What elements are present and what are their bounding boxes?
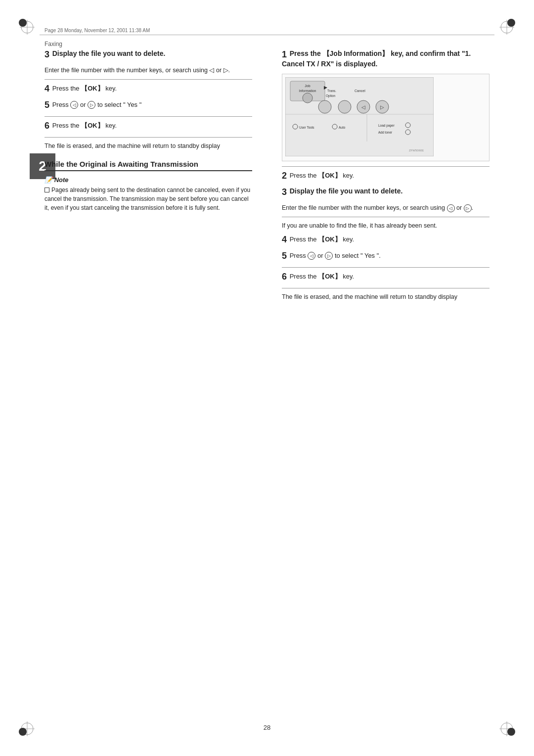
- step-6-right-text: Press the 【OK】 key.: [290, 273, 355, 280]
- right-column: 1 Press the 【Job Information】 key, and c…: [277, 49, 490, 305]
- step-5-right: 5 Press ◁ or ▷ to select " Yes ".: [282, 251, 490, 261]
- step-5-text: Press ◁ or ▷ to select " Yes ": [52, 101, 142, 108]
- step-1-right-number: 1: [282, 49, 287, 59]
- corner-circle-tr: [506, 18, 516, 29]
- step-6-left: 6 Press the 【OK】 key.: [44, 121, 252, 131]
- svg-text:User Tools: User Tools: [299, 126, 314, 129]
- header-divider: [40, 35, 494, 35]
- corner-circle-bl: [18, 727, 28, 738]
- svg-point-15: [507, 728, 515, 736]
- step-4-right: 4 Press the 【OK】 key.: [282, 235, 490, 245]
- svg-text:Job: Job: [305, 84, 310, 88]
- page-number: 28: [264, 724, 270, 731]
- svg-text:Option: Option: [326, 94, 336, 98]
- step-3-right-heading: Display the file you want to delete.: [290, 187, 403, 195]
- erase-text-left: The file is erased, and the machine will…: [44, 142, 252, 151]
- note-text: Pages already being sent to the destinat…: [44, 186, 252, 212]
- step-5-left: 5 Press ◁ or ▷ to select " Yes ": [44, 100, 252, 110]
- svg-text:Add toner: Add toner: [378, 131, 393, 134]
- svg-point-26: [338, 100, 351, 113]
- svg-text:Load paper: Load paper: [378, 124, 395, 128]
- right-arrow-3-icon: ▷: [325, 252, 333, 260]
- erase-text-right: The file is erased, and the machine will…: [282, 292, 490, 302]
- step-3-right: 3 Display the file you want to delete.: [282, 187, 490, 197]
- divider-1: [44, 79, 252, 80]
- svg-point-14: [19, 728, 27, 736]
- corner-circle-br: [506, 727, 516, 738]
- svg-text:◁: ◁: [361, 104, 365, 110]
- step-2-right-text: Press the 【OK】 key.: [290, 172, 355, 179]
- svg-point-12: [19, 19, 27, 27]
- section-label: Faxing: [44, 41, 62, 47]
- left-column: 3 Display the file you want to delete. E…: [44, 49, 257, 305]
- step-6-right: 6 Press the 【OK】 key.: [282, 272, 490, 282]
- step-3-number: 3: [44, 49, 49, 59]
- step-3-subtext: Enter the file number with the number ke…: [44, 66, 252, 75]
- step-4-right-text: Press the 【OK】 key.: [290, 236, 355, 243]
- step-6-text: Press the 【OK】 key.: [52, 122, 117, 129]
- left-arrow-icon: ◁: [70, 101, 78, 109]
- right-arrow-2-icon: ▷: [464, 204, 472, 212]
- content-area: 3 Display the file you want to delete. E…: [44, 49, 490, 716]
- svg-text:Auto: Auto: [339, 126, 346, 129]
- svg-text:Cancel: Cancel: [355, 89, 365, 93]
- step-5-number: 5: [44, 100, 49, 110]
- note-title: 📝 Note: [44, 176, 252, 184]
- svg-text:▷: ▷: [380, 104, 384, 110]
- left-arrow-3-icon: ◁: [308, 252, 315, 260]
- unable-text: If you are unable to find the file, it h…: [282, 221, 490, 231]
- step-4-right-number: 4: [282, 235, 287, 244]
- divider-r2: [282, 217, 490, 217]
- divider-r1: [282, 166, 490, 167]
- device-panel: Job Information Trans. Option Cancel: [282, 74, 490, 161]
- step-5-right-text: Press ◁ or ▷ to select " Yes ".: [290, 252, 381, 259]
- step-1-right: 1 Press the 【Job Information】 key, and c…: [282, 49, 490, 68]
- step-3-heading: Display the file you want to delete.: [52, 49, 166, 57]
- step-4-text: Press the 【OK】 key.: [52, 85, 117, 92]
- step-6-right-number: 6: [282, 272, 287, 282]
- step-3-right-number: 3: [282, 187, 287, 197]
- step-4-number: 4: [44, 84, 49, 94]
- section-heading: While the Original is Awaiting Transmiss…: [44, 160, 252, 171]
- page-wrapper: Page 28 Monday, November 12, 2001 11:38 …: [0, 0, 534, 756]
- right-arrow-icon: ▷: [88, 101, 95, 109]
- corner-circle-tl: [18, 18, 28, 29]
- step-3-right-subtext: Enter the file number with the number ke…: [282, 203, 490, 213]
- step-4-left: 4 Press the 【OK】 key.: [44, 84, 252, 94]
- svg-point-13: [507, 19, 515, 27]
- header-meta: Page 28 Monday, November 12, 2001 11:38 …: [44, 28, 150, 33]
- divider-r3: [282, 267, 490, 268]
- left-arrow-2-icon: ◁: [447, 204, 455, 212]
- checkbox-icon: [44, 188, 49, 192]
- step-2-right-number: 2: [282, 171, 287, 181]
- step-5-right-number: 5: [282, 251, 287, 261]
- divider-r4: [282, 288, 490, 288]
- svg-text:ZFW5060E: ZFW5060E: [409, 149, 424, 152]
- step-3-left: 3 Display the file you want to delete.: [44, 49, 252, 60]
- step-6-number: 6: [44, 121, 49, 131]
- svg-point-20: [303, 93, 312, 103]
- divider-3: [44, 137, 252, 138]
- svg-text:Information: Information: [299, 89, 316, 93]
- svg-text:Trans.: Trans.: [327, 89, 336, 93]
- step-2-right: 2 Press the 【OK】 key.: [282, 171, 490, 181]
- svg-point-25: [318, 100, 331, 113]
- divider-2: [44, 116, 252, 117]
- two-column-layout: 3 Display the file you want to delete. E…: [44, 49, 490, 305]
- panel-svg: Job Information Trans. Option Cancel: [285, 77, 434, 156]
- step-1-right-heading: Press the 【Job Information】 key, and con…: [282, 49, 471, 68]
- note-section: 📝 Note Pages already being sent to the d…: [44, 176, 252, 212]
